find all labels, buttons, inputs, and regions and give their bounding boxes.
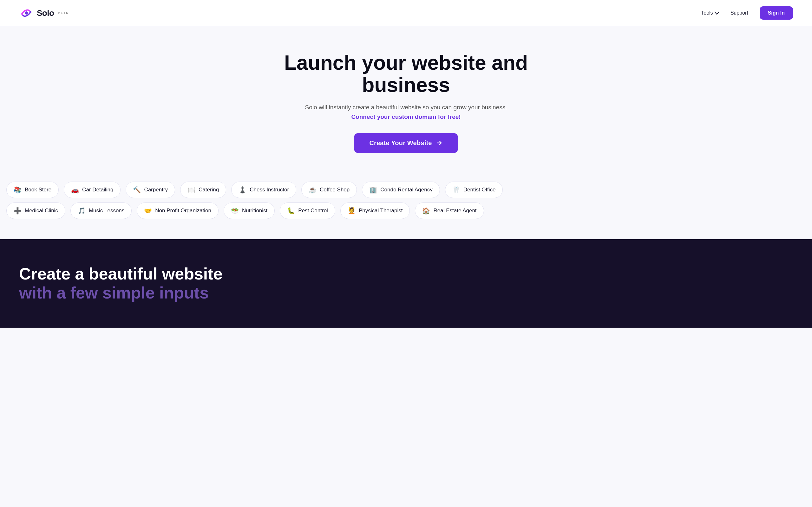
svg-point-3 (30, 11, 32, 13)
cta-label: Create Your Website (369, 139, 432, 147)
category-chip[interactable]: 🔨 Carpentry (125, 181, 175, 198)
category-chip[interactable]: 💆 Physical Therapist (340, 203, 410, 219)
category-label: Non Profit Organization (155, 208, 211, 214)
category-chip[interactable]: 🤝 Non Profit Organization (137, 203, 218, 219)
category-chip[interactable]: 📚 Book Store (6, 181, 59, 198)
hero-section: Launch your website and business Solo wi… (0, 26, 812, 169)
category-label: Catering (199, 187, 219, 193)
category-label: Book Store (25, 187, 51, 193)
tools-menu[interactable]: Tools (701, 10, 719, 16)
category-icon: 🐛 (287, 207, 295, 215)
logo-icon (19, 6, 34, 20)
hero-title: Launch your website and business (263, 52, 549, 96)
category-chip[interactable]: 🥗 Nutritionist (223, 203, 275, 219)
chevron-down-icon (715, 11, 719, 15)
category-chip[interactable]: 🏠 Real Estate Agent (415, 203, 484, 219)
logo-beta: BETA (58, 11, 68, 15)
category-chip[interactable]: ♟️ Chess Instructor (231, 181, 296, 198)
category-label: Car Detailing (82, 187, 113, 193)
category-chip[interactable]: 🏢 Condo Rental Agency (362, 181, 440, 198)
logo-text: Solo (37, 8, 54, 18)
category-chip[interactable]: 🐛 Pest Control (280, 203, 335, 219)
category-icon: 🎵 (78, 207, 86, 215)
category-icon: 🍽️ (188, 186, 195, 193)
category-icon: 🦷 (452, 186, 460, 193)
navbar: Solo BETA Tools Support Sign In (0, 0, 812, 26)
category-label: Medical Clinic (25, 208, 58, 214)
category-label: Nutritionist (242, 208, 267, 214)
create-website-button[interactable]: Create Your Website (354, 133, 458, 153)
category-icon: 📚 (14, 186, 21, 193)
category-icon: 🏢 (369, 186, 377, 193)
signin-button[interactable]: Sign In (760, 6, 793, 20)
category-icon: 🤝 (144, 207, 152, 215)
category-label: Dentist Office (463, 187, 496, 193)
category-label: Carpentry (144, 187, 168, 193)
dark-subtitle: with a few simple inputs (19, 284, 241, 302)
category-row-2: ➕ Medical Clinic 🎵 Music Lessons 🤝 Non P… (0, 203, 490, 219)
category-label: Chess Instructor (250, 187, 289, 193)
category-label: Condo Rental Agency (380, 187, 432, 193)
dark-section: Create a beautiful website with a few si… (0, 239, 812, 328)
arrow-right-icon (436, 139, 443, 147)
hero-link[interactable]: Connect your custom domain for free! (351, 113, 461, 120)
category-icon: 🔨 (133, 186, 141, 193)
svg-point-2 (21, 13, 23, 15)
category-icon: ☕ (309, 186, 316, 193)
logo[interactable]: Solo BETA (19, 6, 68, 20)
svg-point-1 (25, 11, 28, 14)
category-chip[interactable]: ➕ Medical Clinic (6, 203, 65, 219)
category-chip[interactable]: 🦷 Dentist Office (445, 181, 503, 198)
categories-section: 📚 Book Store 🚗 Car Detailing 🔨 Carpentry… (0, 169, 812, 239)
category-icon: 🚗 (71, 186, 79, 193)
category-label: Music Lessons (89, 208, 124, 214)
category-label: Pest Control (298, 208, 328, 214)
category-icon: ➕ (14, 207, 21, 215)
category-label: Coffee Shop (320, 187, 350, 193)
nav-right: Tools Support Sign In (701, 6, 793, 20)
category-icon: ♟️ (239, 186, 247, 193)
tools-label: Tools (701, 10, 713, 16)
category-label: Real Estate Agent (433, 208, 476, 214)
category-chip[interactable]: 🚗 Car Detailing (64, 181, 120, 198)
category-chip[interactable]: 🎵 Music Lessons (70, 203, 132, 219)
category-icon: 🏠 (422, 207, 430, 215)
category-label: Physical Therapist (359, 208, 403, 214)
category-icon: 💆 (348, 207, 356, 215)
support-link[interactable]: Support (730, 10, 748, 16)
hero-subtitle: Solo will instantly create a beautiful w… (305, 104, 507, 111)
category-chip[interactable]: 🍽️ Catering (180, 181, 226, 198)
category-chip[interactable]: ☕ Coffee Shop (301, 181, 357, 198)
category-icon: 🥗 (231, 207, 239, 215)
dark-title: Create a beautiful website (19, 265, 241, 284)
category-row-1: 📚 Book Store 🚗 Car Detailing 🔨 Carpentry… (0, 181, 509, 198)
